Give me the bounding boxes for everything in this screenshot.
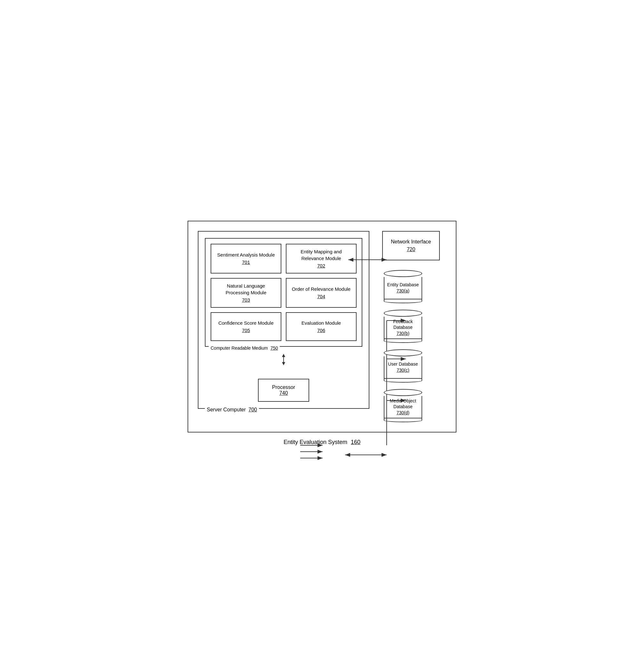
page-container: Sentiment Analysis Module 701 Entity Map… xyxy=(178,211,466,455)
cylinder-body-c: User Database 730(c) xyxy=(384,356,422,379)
db-item-b: Feedback Database 730(b) xyxy=(382,310,424,343)
crm-label: Computer Readable Medium 750 xyxy=(209,346,280,351)
caption: Entity Evaluation System 160 xyxy=(188,439,456,445)
outer-border: Sentiment Analysis Module 701 Entity Map… xyxy=(188,221,456,433)
cylinder-a: Entity Database 730(a) xyxy=(382,270,424,303)
cylinder-d: Media Object Database 730(d) xyxy=(382,389,424,422)
network-box: Network Interface 720 xyxy=(382,231,440,260)
db-item-a: Entity Database 730(a) xyxy=(382,270,424,303)
module-number-703: 703 xyxy=(242,297,250,303)
cylinder-body-d: Media Object Database 730(d) xyxy=(384,396,422,418)
cylinder-bottom-d xyxy=(384,418,422,422)
crm-box: Sentiment Analysis Module 701 Entity Map… xyxy=(205,238,362,347)
right-section: Network Interface 720 Entity Database 73… xyxy=(382,231,446,422)
cylinder-bottom-b xyxy=(384,339,422,343)
module-name-706: Evaluation Module xyxy=(302,319,341,326)
server-section: Sentiment Analysis Module 701 Entity Map… xyxy=(198,231,369,409)
module-box-703: Natural Language Processing Module 703 xyxy=(210,278,281,308)
module-grid: Sentiment Analysis Module 701 Entity Map… xyxy=(210,244,357,341)
processor-name: Processor xyxy=(272,385,295,390)
module-number-705: 705 xyxy=(242,327,250,334)
db-group: Entity Database 730(a) Fee xyxy=(382,270,424,422)
db-item-c: User Database 730(c) xyxy=(382,349,424,383)
cylinder-top-c xyxy=(384,349,422,356)
diagram-wrapper: Sentiment Analysis Module 701 Entity Map… xyxy=(178,211,466,455)
module-number-701: 701 xyxy=(242,259,250,265)
module-name-703: Natural Language Processing Module xyxy=(215,282,277,296)
db-number-d: 730(d) xyxy=(396,410,409,416)
db-name-c: User Database xyxy=(388,361,418,367)
db-name-d: Media Object Database xyxy=(385,398,422,409)
server-computer-box: Sentiment Analysis Module 701 Entity Map… xyxy=(198,231,369,409)
server-computer-label: Server Computer 700 xyxy=(205,407,259,413)
vert-arrow-container xyxy=(205,353,362,366)
cylinder-bottom-c xyxy=(384,379,422,383)
processor-box: Processor 740 xyxy=(258,379,309,402)
caption-number: 160 xyxy=(351,439,360,445)
cylinder-bottom-a xyxy=(384,299,422,303)
module-box-704: Order of Relevance Module 704 xyxy=(286,278,357,308)
db-name-a: Entity Database xyxy=(387,282,419,287)
db-number-a: 730(a) xyxy=(396,288,409,294)
network-number: 720 xyxy=(407,247,416,252)
db-item-d: Media Object Database 730(d) xyxy=(382,389,424,422)
module-name-705: Confidence Score Module xyxy=(218,319,274,326)
module-number-706: 706 xyxy=(317,327,325,334)
db-number-c: 730(c) xyxy=(396,367,409,373)
cylinder-top-d xyxy=(384,389,422,396)
module-box-705: Confidence Score Module 705 xyxy=(210,312,281,341)
processor-number: 740 xyxy=(279,390,288,396)
cylinder-body-b: Feedback Database 730(b) xyxy=(384,317,422,339)
cylinder-top-a xyxy=(384,270,422,277)
module-box-706: Evaluation Module 706 xyxy=(286,312,357,341)
module-box-701: Sentiment Analysis Module 701 xyxy=(210,244,281,274)
module-number-702: 702 xyxy=(317,262,325,269)
module-box-702: Entity Mapping and Relevance Module 702 xyxy=(286,244,357,274)
module-name-704: Order of Relevance Module xyxy=(292,286,351,292)
svg-marker-0 xyxy=(282,354,285,357)
caption-label: Entity Evaluation System xyxy=(284,439,347,445)
svg-marker-2 xyxy=(282,362,285,365)
cylinder-body-a: Entity Database 730(a) xyxy=(384,277,422,299)
db-number-b: 730(b) xyxy=(396,330,409,336)
module-name-702: Entity Mapping and Relevance Module xyxy=(290,248,352,262)
cylinder-top-b xyxy=(384,310,422,317)
cylinder-c: User Database 730(c) xyxy=(382,349,424,383)
module-name-701: Sentiment Analysis Module xyxy=(217,251,275,258)
module-number-704: 704 xyxy=(317,293,325,300)
db-name-b: Feedback Database xyxy=(385,319,422,330)
network-name: Network Interface xyxy=(391,239,431,244)
processor-container: Processor 740 xyxy=(205,369,362,402)
cylinder-b: Feedback Database 730(b) xyxy=(382,310,424,343)
vert-arrow-svg xyxy=(279,353,288,366)
main-layout: Sentiment Analysis Module 701 Entity Map… xyxy=(198,231,446,422)
